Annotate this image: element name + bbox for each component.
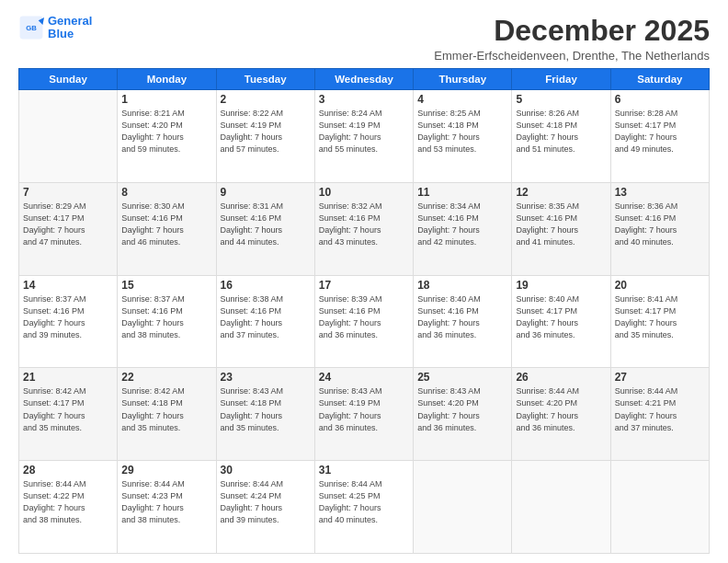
day-number: 13 (615, 186, 705, 199)
day-number: 24 (319, 371, 409, 384)
day-number: 16 (221, 279, 311, 292)
calendar-day-cell (512, 461, 610, 554)
svg-text:GB: GB (26, 24, 37, 32)
day-info: Sunrise: 8:21 AM Sunset: 4:20 PM Dayligh… (121, 108, 211, 155)
calendar-day-cell (414, 461, 512, 554)
day-number: 22 (121, 371, 211, 384)
calendar-day-cell: 1Sunrise: 8:21 AM Sunset: 4:20 PM Daylig… (118, 90, 216, 183)
day-info: Sunrise: 8:40 AM Sunset: 4:17 PM Dayligh… (516, 293, 606, 341)
day-info: Sunrise: 8:30 AM Sunset: 4:16 PM Dayligh… (121, 201, 211, 248)
calendar-day-cell: 12Sunrise: 8:35 AM Sunset: 4:16 PM Dayli… (512, 182, 610, 275)
calendar-day-cell: 7Sunrise: 8:29 AM Sunset: 4:17 PM Daylig… (19, 182, 118, 275)
calendar-day-cell: 21Sunrise: 8:42 AM Sunset: 4:17 PM Dayli… (19, 368, 118, 461)
day-number: 29 (121, 464, 211, 477)
calendar-day-cell: 16Sunrise: 8:38 AM Sunset: 4:16 PM Dayli… (216, 275, 314, 368)
calendar-week-row: 14Sunrise: 8:37 AM Sunset: 4:16 PM Dayli… (19, 275, 710, 368)
day-number: 4 (417, 93, 507, 106)
day-info: Sunrise: 8:40 AM Sunset: 4:16 PM Dayligh… (417, 293, 507, 341)
calendar-day-cell: 2Sunrise: 8:22 AM Sunset: 4:19 PM Daylig… (216, 90, 314, 183)
calendar-day-cell: 9Sunrise: 8:31 AM Sunset: 4:16 PM Daylig… (216, 182, 314, 275)
title-block: December 2025 Emmer-Erfscheidenveen, Dre… (434, 15, 710, 63)
day-info: Sunrise: 8:44 AM Sunset: 4:25 PM Dayligh… (319, 478, 409, 526)
calendar-day-cell: 24Sunrise: 8:43 AM Sunset: 4:19 PM Dayli… (314, 368, 413, 461)
calendar-day-cell: 26Sunrise: 8:44 AM Sunset: 4:20 PM Dayli… (512, 368, 610, 461)
day-info: Sunrise: 8:36 AM Sunset: 4:16 PM Dayligh… (615, 201, 705, 248)
calendar-week-row: 7Sunrise: 8:29 AM Sunset: 4:17 PM Daylig… (19, 182, 710, 275)
header-tuesday: Tuesday (216, 69, 314, 90)
day-number: 20 (615, 279, 705, 292)
calendar-day-cell: 15Sunrise: 8:37 AM Sunset: 4:16 PM Dayli… (118, 275, 216, 368)
day-number: 26 (516, 371, 606, 384)
day-info: Sunrise: 8:25 AM Sunset: 4:18 PM Dayligh… (417, 108, 507, 155)
day-info: Sunrise: 8:44 AM Sunset: 4:20 PM Dayligh… (516, 385, 606, 433)
header-thursday: Thursday (414, 69, 512, 90)
day-info: Sunrise: 8:39 AM Sunset: 4:16 PM Dayligh… (319, 293, 409, 341)
day-number: 31 (319, 464, 409, 477)
day-info: Sunrise: 8:34 AM Sunset: 4:16 PM Dayligh… (417, 201, 507, 248)
day-info: Sunrise: 8:44 AM Sunset: 4:23 PM Dayligh… (121, 478, 211, 526)
day-info: Sunrise: 8:37 AM Sunset: 4:16 PM Dayligh… (23, 293, 113, 341)
calendar-day-cell: 30Sunrise: 8:44 AM Sunset: 4:24 PM Dayli… (216, 461, 314, 554)
day-number: 9 (221, 186, 311, 199)
day-number: 3 (319, 93, 409, 106)
month-title: December 2025 (434, 15, 710, 47)
page: GB General Blue December 2025 Emmer-Erfs… (0, 0, 728, 563)
day-number: 10 (319, 186, 409, 199)
header-friday: Friday (512, 69, 610, 90)
day-info: Sunrise: 8:35 AM Sunset: 4:16 PM Dayligh… (516, 201, 606, 248)
day-number: 12 (516, 186, 606, 199)
calendar-day-cell: 11Sunrise: 8:34 AM Sunset: 4:16 PM Dayli… (414, 182, 512, 275)
day-info: Sunrise: 8:43 AM Sunset: 4:19 PM Dayligh… (319, 385, 409, 433)
day-number: 21 (23, 371, 113, 384)
day-number: 8 (121, 186, 211, 199)
day-number: 27 (615, 371, 705, 384)
calendar-day-cell: 13Sunrise: 8:36 AM Sunset: 4:16 PM Dayli… (610, 182, 709, 275)
calendar-table: Sunday Monday Tuesday Wednesday Thursday… (18, 68, 710, 554)
calendar-day-cell: 6Sunrise: 8:28 AM Sunset: 4:17 PM Daylig… (610, 90, 709, 183)
calendar-day-cell: 5Sunrise: 8:26 AM Sunset: 4:18 PM Daylig… (512, 90, 610, 183)
calendar-day-cell: 22Sunrise: 8:42 AM Sunset: 4:18 PM Dayli… (118, 368, 216, 461)
calendar-week-row: 1Sunrise: 8:21 AM Sunset: 4:20 PM Daylig… (19, 90, 710, 183)
logo-text-general: General (48, 15, 92, 28)
logo-icon: GB (18, 15, 44, 40)
day-info: Sunrise: 8:26 AM Sunset: 4:18 PM Dayligh… (516, 108, 606, 155)
logo: GB General Blue (18, 15, 92, 41)
day-number: 25 (417, 371, 507, 384)
day-number: 19 (516, 279, 606, 292)
day-info: Sunrise: 8:44 AM Sunset: 4:21 PM Dayligh… (615, 385, 705, 433)
calendar-day-cell: 14Sunrise: 8:37 AM Sunset: 4:16 PM Dayli… (19, 275, 118, 368)
header-saturday: Saturday (610, 69, 709, 90)
calendar-day-cell: 27Sunrise: 8:44 AM Sunset: 4:21 PM Dayli… (610, 368, 709, 461)
day-number: 6 (615, 93, 705, 106)
header: GB General Blue December 2025 Emmer-Erfs… (18, 15, 710, 63)
calendar-day-cell: 3Sunrise: 8:24 AM Sunset: 4:19 PM Daylig… (314, 90, 413, 183)
calendar-week-row: 28Sunrise: 8:44 AM Sunset: 4:22 PM Dayli… (19, 461, 710, 554)
calendar-day-cell: 18Sunrise: 8:40 AM Sunset: 4:16 PM Dayli… (414, 275, 512, 368)
calendar-day-cell (610, 461, 709, 554)
calendar-day-cell: 25Sunrise: 8:43 AM Sunset: 4:20 PM Dayli… (414, 368, 512, 461)
day-info: Sunrise: 8:22 AM Sunset: 4:19 PM Dayligh… (221, 108, 311, 155)
day-number: 28 (23, 464, 113, 477)
day-number: 14 (23, 279, 113, 292)
day-number: 23 (221, 371, 311, 384)
day-info: Sunrise: 8:44 AM Sunset: 4:24 PM Dayligh… (221, 478, 311, 526)
weekday-header-row: Sunday Monday Tuesday Wednesday Thursday… (19, 69, 710, 90)
calendar-day-cell: 23Sunrise: 8:43 AM Sunset: 4:18 PM Dayli… (216, 368, 314, 461)
day-info: Sunrise: 8:41 AM Sunset: 4:17 PM Dayligh… (615, 293, 705, 341)
calendar-day-cell: 19Sunrise: 8:40 AM Sunset: 4:17 PM Dayli… (512, 275, 610, 368)
calendar-day-cell: 28Sunrise: 8:44 AM Sunset: 4:22 PM Dayli… (19, 461, 118, 554)
day-number: 15 (121, 279, 211, 292)
calendar-day-cell: 17Sunrise: 8:39 AM Sunset: 4:16 PM Dayli… (314, 275, 413, 368)
day-number: 30 (221, 464, 311, 477)
day-info: Sunrise: 8:32 AM Sunset: 4:16 PM Dayligh… (319, 201, 409, 248)
calendar-day-cell: 8Sunrise: 8:30 AM Sunset: 4:16 PM Daylig… (118, 182, 216, 275)
calendar-day-cell: 20Sunrise: 8:41 AM Sunset: 4:17 PM Dayli… (610, 275, 709, 368)
subtitle: Emmer-Erfscheidenveen, Drenthe, The Neth… (434, 49, 710, 63)
day-number: 7 (23, 186, 113, 199)
calendar-day-cell: 31Sunrise: 8:44 AM Sunset: 4:25 PM Dayli… (314, 461, 413, 554)
header-wednesday: Wednesday (314, 69, 413, 90)
day-number: 1 (121, 93, 211, 106)
day-number: 5 (516, 93, 606, 106)
day-info: Sunrise: 8:31 AM Sunset: 4:16 PM Dayligh… (221, 201, 311, 248)
calendar-week-row: 21Sunrise: 8:42 AM Sunset: 4:17 PM Dayli… (19, 368, 710, 461)
